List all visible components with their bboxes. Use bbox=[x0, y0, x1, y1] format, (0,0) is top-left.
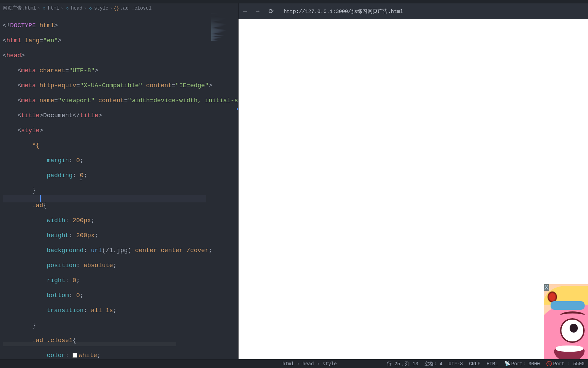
status-indent[interactable]: 空格: 4 bbox=[424, 361, 442, 367]
breadcrumb[interactable]: 网页广告.html › ◇ html › ◇ head › ◇ style › … bbox=[0, 3, 238, 13]
code-token: "en" bbox=[43, 37, 58, 44]
chevron-right-icon: › bbox=[110, 5, 112, 11]
code-token: { bbox=[43, 202, 47, 209]
code-token: 0 bbox=[72, 292, 80, 299]
code-token: < bbox=[3, 82, 21, 89]
status-encoding[interactable]: UTF-8 bbox=[448, 361, 463, 367]
code-token: content bbox=[95, 97, 124, 104]
chevron-right-icon: › bbox=[37, 5, 40, 11]
code-token: : bbox=[69, 292, 72, 299]
address-bar[interactable]: http://127.0.0.1:3000/js练习网页广告.html bbox=[284, 8, 403, 15]
rule-icon: {} bbox=[114, 6, 119, 11]
preview-pane: ← → ⟳ http://127.0.0.1:3000/js练习网页广告.htm… bbox=[239, 3, 588, 359]
code-token: lang bbox=[21, 37, 39, 44]
status-path[interactable]: html › head › style bbox=[282, 361, 337, 367]
text-cursor-icon bbox=[81, 173, 81, 180]
forward-button[interactable]: → bbox=[255, 6, 261, 16]
code-token: ; bbox=[113, 307, 117, 314]
code-token: : bbox=[84, 247, 87, 254]
status-eol[interactable]: CRLF bbox=[469, 361, 480, 367]
code-token: : bbox=[69, 157, 72, 164]
code-editor[interactable]: <!DOCTYPE html> <html lang="en"> <head> … bbox=[0, 13, 238, 359]
status-port[interactable]: 📡 Port: 3000 bbox=[504, 361, 540, 367]
code-token: white bbox=[79, 352, 97, 359]
code-token: 0 bbox=[69, 277, 76, 284]
code-token: "UTF-8" bbox=[69, 67, 95, 74]
color-swatch-icon[interactable] bbox=[72, 353, 77, 358]
ad-image bbox=[544, 284, 588, 359]
element-icon: ◇ bbox=[65, 6, 69, 11]
breadcrumb-style[interactable]: style bbox=[94, 5, 108, 11]
code-token: } bbox=[3, 187, 36, 194]
breadcrumb-file[interactable]: 网页广告.html bbox=[3, 5, 36, 11]
code-token: > bbox=[58, 37, 62, 44]
code-token: : bbox=[65, 277, 69, 284]
horizontal-scrollbar[interactable] bbox=[3, 342, 176, 346]
code-token: meta bbox=[21, 97, 36, 104]
code-token: ; bbox=[97, 352, 101, 359]
code-token: meta bbox=[21, 82, 36, 89]
port-label: Port: 3000 bbox=[511, 361, 540, 367]
element-icon: ◇ bbox=[88, 6, 93, 11]
close-button[interactable]: X bbox=[544, 284, 549, 291]
code-token: ; bbox=[91, 217, 95, 224]
code-token: "X-UA-Compatible" bbox=[80, 82, 143, 89]
back-button[interactable]: ← bbox=[242, 6, 248, 16]
status-liveserver[interactable]: 🚫 Port : 5500 bbox=[546, 361, 585, 367]
code-token: ; bbox=[84, 172, 87, 179]
code-token: = bbox=[54, 97, 58, 104]
code-token: <! bbox=[3, 22, 10, 29]
code-token: < bbox=[3, 97, 21, 104]
breadcrumb-head[interactable]: head bbox=[71, 5, 82, 11]
code-token: : bbox=[84, 307, 87, 314]
reload-button[interactable]: ⟳ bbox=[267, 6, 275, 16]
code-token: DOCTYPE bbox=[10, 22, 36, 29]
code-token: right bbox=[3, 277, 65, 284]
breadcrumb-html[interactable]: html bbox=[48, 5, 59, 11]
editor-pane: 网页广告.html › ◇ html › ◇ head › ◇ style › … bbox=[0, 3, 238, 359]
code-token: padding bbox=[3, 172, 72, 179]
code-token: > bbox=[209, 82, 212, 89]
code-token: .ad bbox=[3, 202, 43, 209]
code-token: > bbox=[54, 22, 58, 29]
chevron-right-icon: › bbox=[61, 5, 63, 11]
code-token: > bbox=[39, 127, 43, 134]
scroll-marker bbox=[237, 108, 238, 110]
code-token: = bbox=[172, 82, 176, 89]
code-token: "IE=edge" bbox=[176, 82, 209, 89]
port-label: Port : 5500 bbox=[553, 361, 585, 367]
code-token: ; bbox=[209, 247, 212, 254]
chevron-right-icon: › bbox=[84, 5, 86, 11]
code-token: transition bbox=[3, 307, 84, 314]
code-token: html bbox=[36, 22, 54, 29]
breadcrumb-selector[interactable]: .ad .close1 bbox=[120, 5, 151, 11]
code-token: background bbox=[3, 247, 84, 254]
code-token: ; bbox=[80, 157, 84, 164]
minimap[interactable] bbox=[211, 14, 235, 44]
code-token: : bbox=[65, 217, 69, 224]
code-token: position bbox=[3, 262, 76, 269]
code-token: url bbox=[87, 247, 102, 254]
code-token: height bbox=[3, 232, 69, 239]
code-token: style bbox=[21, 127, 39, 134]
code-token: http-equiv bbox=[36, 82, 76, 89]
code-token: bottom bbox=[3, 292, 69, 299]
code-token: content bbox=[143, 82, 172, 89]
status-cursor-position[interactable]: 行 25，列 13 bbox=[387, 361, 418, 367]
code-token: ; bbox=[95, 232, 98, 239]
code-token: *{ bbox=[3, 142, 39, 149]
code-token: 200px bbox=[72, 232, 95, 239]
tab-bar bbox=[0, 0, 588, 3]
code-token: < bbox=[3, 112, 21, 119]
preview-viewport[interactable]: X bbox=[239, 19, 588, 359]
browser-toolbar: ← → ⟳ http://127.0.0.1:3000/js练习网页广告.htm… bbox=[239, 3, 588, 19]
code-token: : bbox=[69, 232, 72, 239]
code-token: width bbox=[3, 217, 65, 224]
status-language[interactable]: HTML bbox=[487, 361, 498, 367]
code-token: < bbox=[3, 127, 21, 134]
code-token: = bbox=[76, 82, 80, 89]
code-token: margin bbox=[3, 157, 69, 164]
code-token: : bbox=[65, 352, 69, 359]
code-token: title bbox=[80, 112, 98, 119]
code-token: = bbox=[124, 97, 128, 104]
